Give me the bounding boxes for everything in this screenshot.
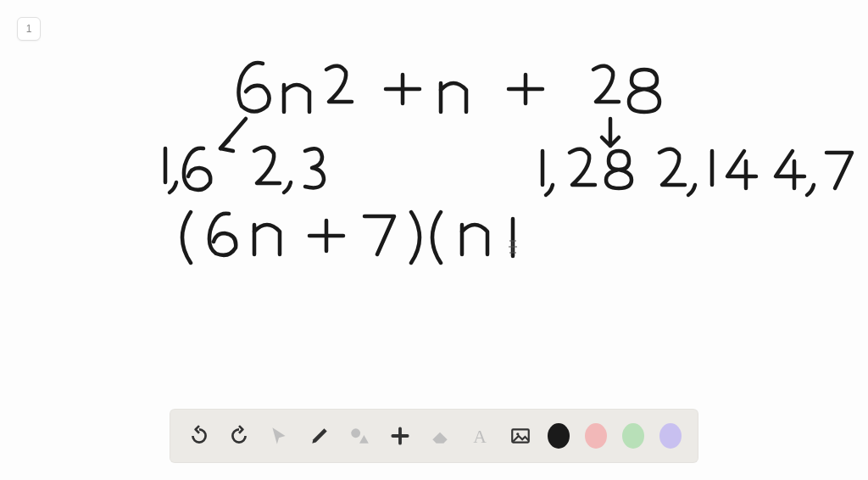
eraser-icon: [429, 425, 451, 447]
undo-button[interactable]: [186, 421, 211, 450]
color-purple[interactable]: [659, 423, 682, 449]
undo-icon: [188, 425, 210, 447]
pencil-icon: [309, 425, 331, 447]
shapes-tool[interactable]: [347, 421, 371, 450]
text-tool[interactable]: A: [468, 421, 492, 450]
shapes-icon: [348, 425, 370, 447]
eraser-tool[interactable]: [427, 421, 452, 450]
svg-text:A: A: [473, 427, 487, 447]
toolbar: A: [170, 409, 698, 463]
add-tool[interactable]: [387, 421, 412, 450]
pointer-icon: [268, 425, 290, 447]
color-black[interactable]: [548, 423, 570, 449]
handwriting-svg: [0, 0, 868, 390]
plus-icon: [389, 425, 411, 447]
pen-tool[interactable]: [307, 421, 331, 450]
redo-icon: [228, 425, 250, 447]
svg-point-0: [351, 428, 360, 438]
whiteboard-canvas[interactable]: [0, 0, 868, 390]
color-green[interactable]: [622, 423, 644, 449]
image-icon: [509, 425, 531, 447]
image-tool[interactable]: [508, 421, 532, 450]
text-icon: A: [469, 425, 491, 447]
color-pink[interactable]: [585, 423, 607, 449]
redo-button[interactable]: [226, 421, 251, 450]
select-tool[interactable]: [267, 421, 292, 450]
